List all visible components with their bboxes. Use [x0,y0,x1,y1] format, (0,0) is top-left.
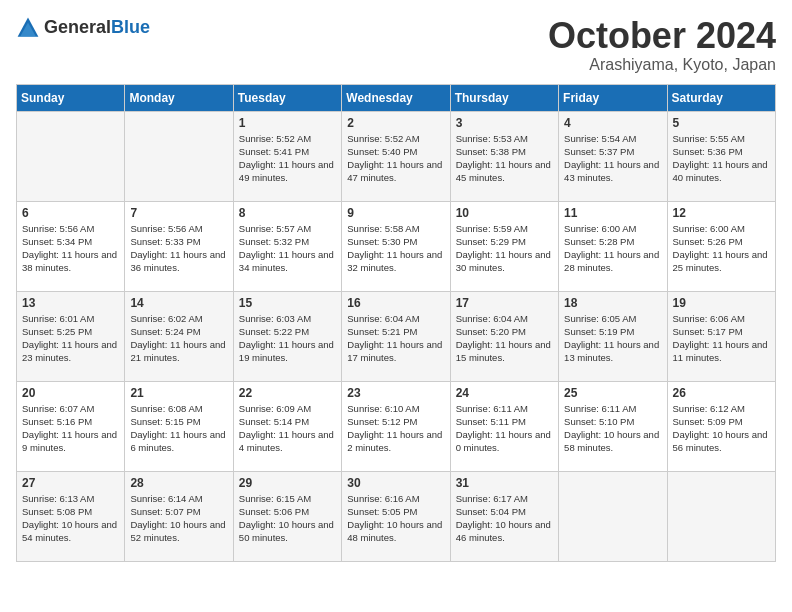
day-info: Sunrise: 6:05 AM Sunset: 5:19 PM Dayligh… [564,312,661,365]
month-title: October 2024 [548,16,776,56]
day-info: Sunrise: 6:02 AM Sunset: 5:24 PM Dayligh… [130,312,227,365]
day-number: 26 [673,386,770,400]
calendar-cell: 2Sunrise: 5:52 AM Sunset: 5:40 PM Daylig… [342,111,450,201]
calendar-cell: 5Sunrise: 5:55 AM Sunset: 5:36 PM Daylig… [667,111,775,201]
day-info: Sunrise: 6:03 AM Sunset: 5:22 PM Dayligh… [239,312,336,365]
day-number: 10 [456,206,553,220]
day-info: Sunrise: 6:00 AM Sunset: 5:28 PM Dayligh… [564,222,661,275]
day-info: Sunrise: 5:56 AM Sunset: 5:33 PM Dayligh… [130,222,227,275]
weekday-header: Thursday [450,84,558,111]
weekday-header: Sunday [17,84,125,111]
calendar-cell: 24Sunrise: 6:11 AM Sunset: 5:11 PM Dayli… [450,381,558,471]
day-info: Sunrise: 6:13 AM Sunset: 5:08 PM Dayligh… [22,492,119,545]
logo-text-general: General [44,17,111,37]
calendar-cell: 30Sunrise: 6:16 AM Sunset: 5:05 PM Dayli… [342,471,450,561]
calendar-cell: 22Sunrise: 6:09 AM Sunset: 5:14 PM Dayli… [233,381,341,471]
day-number: 23 [347,386,444,400]
day-number: 15 [239,296,336,310]
day-number: 8 [239,206,336,220]
calendar-cell [559,471,667,561]
day-number: 13 [22,296,119,310]
day-number: 29 [239,476,336,490]
calendar-cell: 1Sunrise: 5:52 AM Sunset: 5:41 PM Daylig… [233,111,341,201]
day-info: Sunrise: 5:57 AM Sunset: 5:32 PM Dayligh… [239,222,336,275]
calendar-week-row: 20Sunrise: 6:07 AM Sunset: 5:16 PM Dayli… [17,381,776,471]
day-number: 9 [347,206,444,220]
day-info: Sunrise: 6:09 AM Sunset: 5:14 PM Dayligh… [239,402,336,455]
day-number: 17 [456,296,553,310]
day-number: 30 [347,476,444,490]
calendar-cell: 8Sunrise: 5:57 AM Sunset: 5:32 PM Daylig… [233,201,341,291]
calendar-cell: 13Sunrise: 6:01 AM Sunset: 5:25 PM Dayli… [17,291,125,381]
day-number: 31 [456,476,553,490]
day-info: Sunrise: 6:04 AM Sunset: 5:20 PM Dayligh… [456,312,553,365]
day-info: Sunrise: 5:59 AM Sunset: 5:29 PM Dayligh… [456,222,553,275]
calendar-cell: 6Sunrise: 5:56 AM Sunset: 5:34 PM Daylig… [17,201,125,291]
day-info: Sunrise: 5:52 AM Sunset: 5:40 PM Dayligh… [347,132,444,185]
title-block: October 2024 Arashiyama, Kyoto, Japan [548,16,776,74]
day-info: Sunrise: 5:52 AM Sunset: 5:41 PM Dayligh… [239,132,336,185]
calendar-cell: 12Sunrise: 6:00 AM Sunset: 5:26 PM Dayli… [667,201,775,291]
day-info: Sunrise: 5:55 AM Sunset: 5:36 PM Dayligh… [673,132,770,185]
day-number: 22 [239,386,336,400]
day-info: Sunrise: 6:04 AM Sunset: 5:21 PM Dayligh… [347,312,444,365]
calendar-cell [667,471,775,561]
calendar-cell: 25Sunrise: 6:11 AM Sunset: 5:10 PM Dayli… [559,381,667,471]
day-number: 24 [456,386,553,400]
location: Arashiyama, Kyoto, Japan [548,56,776,74]
day-info: Sunrise: 5:53 AM Sunset: 5:38 PM Dayligh… [456,132,553,185]
day-number: 27 [22,476,119,490]
calendar-cell: 23Sunrise: 6:10 AM Sunset: 5:12 PM Dayli… [342,381,450,471]
calendar-cell: 3Sunrise: 5:53 AM Sunset: 5:38 PM Daylig… [450,111,558,201]
weekday-header: Saturday [667,84,775,111]
calendar-week-row: 27Sunrise: 6:13 AM Sunset: 5:08 PM Dayli… [17,471,776,561]
calendar-cell: 10Sunrise: 5:59 AM Sunset: 5:29 PM Dayli… [450,201,558,291]
day-number: 6 [22,206,119,220]
day-info: Sunrise: 6:11 AM Sunset: 5:10 PM Dayligh… [564,402,661,455]
calendar-cell: 9Sunrise: 5:58 AM Sunset: 5:30 PM Daylig… [342,201,450,291]
calendar-cell: 26Sunrise: 6:12 AM Sunset: 5:09 PM Dayli… [667,381,775,471]
weekday-header: Friday [559,84,667,111]
day-number: 18 [564,296,661,310]
day-info: Sunrise: 6:17 AM Sunset: 5:04 PM Dayligh… [456,492,553,545]
day-number: 14 [130,296,227,310]
logo: GeneralBlue [16,16,150,40]
day-info: Sunrise: 6:16 AM Sunset: 5:05 PM Dayligh… [347,492,444,545]
day-number: 20 [22,386,119,400]
day-info: Sunrise: 6:10 AM Sunset: 5:12 PM Dayligh… [347,402,444,455]
weekday-header: Tuesday [233,84,341,111]
calendar-cell: 28Sunrise: 6:14 AM Sunset: 5:07 PM Dayli… [125,471,233,561]
weekday-header: Monday [125,84,233,111]
day-info: Sunrise: 6:08 AM Sunset: 5:15 PM Dayligh… [130,402,227,455]
day-info: Sunrise: 6:15 AM Sunset: 5:06 PM Dayligh… [239,492,336,545]
calendar-cell: 19Sunrise: 6:06 AM Sunset: 5:17 PM Dayli… [667,291,775,381]
calendar-cell: 21Sunrise: 6:08 AM Sunset: 5:15 PM Dayli… [125,381,233,471]
day-number: 1 [239,116,336,130]
logo-icon [16,16,40,40]
calendar-cell: 15Sunrise: 6:03 AM Sunset: 5:22 PM Dayli… [233,291,341,381]
weekday-header: Wednesday [342,84,450,111]
calendar-cell: 27Sunrise: 6:13 AM Sunset: 5:08 PM Dayli… [17,471,125,561]
calendar-cell [125,111,233,201]
day-info: Sunrise: 6:07 AM Sunset: 5:16 PM Dayligh… [22,402,119,455]
day-info: Sunrise: 6:01 AM Sunset: 5:25 PM Dayligh… [22,312,119,365]
day-number: 4 [564,116,661,130]
calendar-cell: 7Sunrise: 5:56 AM Sunset: 5:33 PM Daylig… [125,201,233,291]
calendar-week-row: 6Sunrise: 5:56 AM Sunset: 5:34 PM Daylig… [17,201,776,291]
day-number: 7 [130,206,227,220]
calendar-cell: 31Sunrise: 6:17 AM Sunset: 5:04 PM Dayli… [450,471,558,561]
day-number: 12 [673,206,770,220]
day-info: Sunrise: 6:11 AM Sunset: 5:11 PM Dayligh… [456,402,553,455]
calendar-cell: 17Sunrise: 6:04 AM Sunset: 5:20 PM Dayli… [450,291,558,381]
calendar-cell: 20Sunrise: 6:07 AM Sunset: 5:16 PM Dayli… [17,381,125,471]
day-number: 21 [130,386,227,400]
day-info: Sunrise: 5:58 AM Sunset: 5:30 PM Dayligh… [347,222,444,275]
calendar-cell: 16Sunrise: 6:04 AM Sunset: 5:21 PM Dayli… [342,291,450,381]
day-number: 19 [673,296,770,310]
day-number: 3 [456,116,553,130]
day-number: 16 [347,296,444,310]
weekday-header-row: SundayMondayTuesdayWednesdayThursdayFrid… [17,84,776,111]
day-number: 5 [673,116,770,130]
day-number: 11 [564,206,661,220]
day-number: 28 [130,476,227,490]
